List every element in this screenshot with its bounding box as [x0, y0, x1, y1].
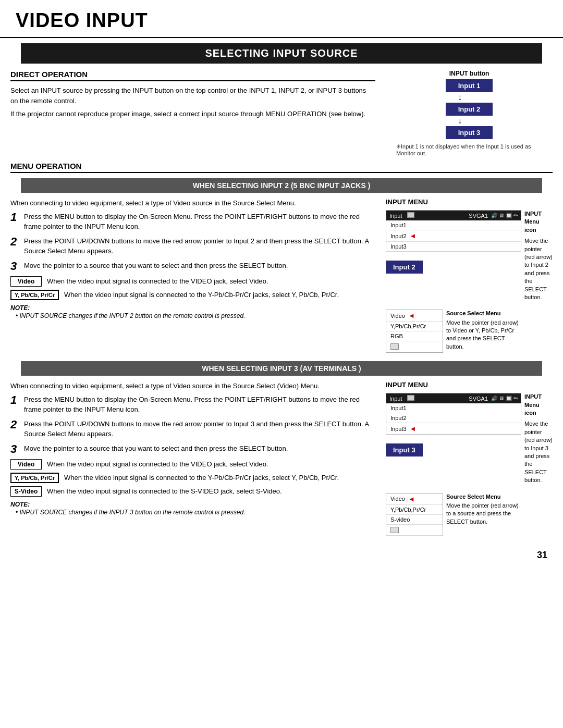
- menu-item-input2: Input2 ◄: [386, 230, 521, 242]
- input-footnote: ✳Input 1 is not displayed when the Input…: [396, 143, 542, 156]
- video-label-3: Video: [10, 459, 42, 470]
- direct-op-title: DIRECT OPERATION: [10, 70, 375, 81]
- svg-rect-7: [391, 527, 398, 533]
- step-number: 2: [10, 236, 20, 248]
- step-text: Press the POINT UP/DOWN buttons to move …: [24, 419, 375, 439]
- step-item: 2 Press the POINT UP/DOWN buttons to mov…: [10, 419, 375, 439]
- page-number: 31: [0, 545, 563, 566]
- svga-label-2: SVGA1: [469, 213, 488, 219]
- input-menu-label-2: INPUT MENU: [386, 198, 553, 206]
- signal-row-ypbcb: Y, Pb/Cb, Pr/Cr When the video input sig…: [10, 290, 375, 300]
- input2-content: When connecting to video equipment, sele…: [10, 198, 553, 356]
- source-icon-3: [390, 527, 399, 533]
- source-menu-2: Video ◄ Y,Pb/Cb,Pr/Cr RGB: [386, 310, 443, 353]
- menu-item-input3: Input3: [386, 242, 521, 252]
- step-item: 1 Press the MENU button to display the O…: [10, 394, 375, 415]
- menu3-item-input1: Input1: [386, 403, 521, 413]
- ypbcb-desc-3: When the video input signal is connected…: [64, 473, 339, 483]
- svideo-label-3: S-Video: [10, 486, 42, 497]
- input3-left: When connecting to video equipment, sele…: [10, 381, 375, 539]
- input3-note: NOTE: • INPUT SOURCE changes if the INPU…: [10, 501, 375, 517]
- menu-icon3-2: 🖥: [499, 396, 504, 401]
- image-icon-3: [407, 395, 414, 401]
- red-arrow-video-2: ◄: [408, 312, 415, 319]
- source-arrow-note-3: Move the pointer (red arrow) to a source…: [446, 502, 519, 526]
- step-number: 1: [10, 212, 20, 223]
- step-number: 3: [10, 261, 20, 272]
- input-menu-box-2: Input SVGA1 🔊 🖥 🔲 ✏: [386, 210, 521, 277]
- step-number: 2: [10, 419, 20, 430]
- note-text-3: • INPUT SOURCE changes if the INPUT 3 bu…: [10, 508, 375, 517]
- input3-intro: When connecting to video equipment, sele…: [10, 381, 375, 391]
- step-number: 3: [10, 443, 20, 455]
- input2-section-header: WHEN SELECTING INPUT 2 (5 BNC INPUT JACK…: [21, 178, 542, 193]
- source-item-video-2: Video ◄: [386, 310, 443, 322]
- step-item: 3 Move the pointer to a source that you …: [10, 443, 375, 455]
- menu-icon3-1: 🔊: [491, 396, 497, 401]
- input2-steps: 1 Press the MENU button to display the O…: [10, 212, 375, 272]
- signal-row-ypbcb-3: Y, Pb/Cb, Pr/Cr When the video input sig…: [10, 473, 375, 483]
- direct-operation-section: DIRECT OPERATION Select an INPUT source …: [10, 70, 553, 156]
- direct-op-body2: If the projector cannot reproduce proper…: [10, 109, 375, 119]
- video-desc-3: When the video input signal is connected…: [47, 459, 268, 470]
- source-select-annotation-2: Source Select Menu Move the pointer (red…: [446, 310, 519, 351]
- note-title: NOTE:: [10, 304, 375, 312]
- page-header: VIDEO INPUT: [0, 0, 563, 38]
- input2-highlight-btn: Input 2: [386, 261, 423, 274]
- source3-item-ypbcb: Y,Pb/Cb,Pr/Cr: [386, 505, 443, 515]
- arrow-note-input2: Move the pointer (red arrow) to Input 2 …: [524, 237, 553, 301]
- svg-rect-1: [408, 213, 414, 217]
- image-icon: [407, 212, 414, 218]
- input2-menu-diagram: Input SVGA1 🔊 🖥 🔲 ✏: [386, 210, 553, 301]
- video-label: Video: [10, 276, 42, 287]
- source-item-ypbcb-2: Y,Pb/Cb,Pr/Cr: [386, 322, 443, 331]
- red-arrow-video-3: ◄: [408, 495, 415, 503]
- signal-row-svideo-3: S-Video When the video input signal is c…: [10, 486, 375, 497]
- menu3-item-input2: Input2: [386, 413, 521, 423]
- step-number: 1: [10, 394, 20, 406]
- menu-icon3-4: ✏: [513, 396, 518, 401]
- source-icon-2: [390, 343, 399, 350]
- input1-btn: Input 1: [446, 79, 493, 92]
- main-section-header: SELECTING INPUT SOURCE: [21, 43, 542, 64]
- direct-op-right: INPUT button Input 1 ↓ Input 2 ↓ Input 3…: [386, 70, 553, 156]
- input-menu-icon-note-2: INPUT Menu icon: [524, 210, 553, 234]
- arrow2: ↓: [458, 117, 462, 125]
- source-arrow-note-2: Move the pointer (red arrow) to Video or…: [446, 319, 519, 351]
- input3-btn: Input 3: [446, 126, 493, 139]
- direct-op-body1: Select an INPUT source by pressing the I…: [10, 85, 375, 106]
- input-menu-icon-note-3: INPUT Menu icon: [524, 393, 553, 417]
- ypbcb-label-3: Y, Pb/Cb, Pr/Cr: [10, 473, 59, 483]
- input-menu-label-3: INPUT MENU: [386, 381, 553, 389]
- menu-icon-4: ✏: [513, 213, 518, 218]
- step-text: Move the pointer to a source that you wa…: [24, 261, 375, 271]
- red-arrow-input2: ◄: [410, 232, 417, 240]
- input3-section-header: WHEN SELECTING INPUT 3 (AV TERMINALS ): [21, 361, 542, 376]
- ypbcb-desc: When the video input signal is connected…: [64, 290, 339, 300]
- note-text: • INPUT SOURCE changes if the INPUT 2 bu…: [10, 312, 375, 320]
- menu-input-text-3: Input: [389, 396, 402, 402]
- ypbcb-label: Y, Pb/Cb, Pr/Cr: [10, 290, 59, 300]
- input2-right: INPUT MENU Input SVGA1 🔊: [386, 198, 553, 356]
- source-select-label-2: Source Select Menu: [446, 310, 519, 317]
- input-button-label: INPUT button: [449, 70, 489, 77]
- menu-icon3-3: 🔲: [506, 396, 512, 401]
- step-text: Press the MENU button to display the On-…: [24, 212, 375, 232]
- note-title-3: NOTE:: [10, 501, 375, 508]
- menu-icon-1: 🔊: [491, 213, 497, 218]
- input3-steps: 1 Press the MENU button to display the O…: [10, 394, 375, 455]
- step-text: Press the MENU button to display the On-…: [24, 394, 375, 415]
- input2-note: NOTE: • INPUT SOURCE changes if the INPU…: [10, 304, 375, 320]
- menu3-item-input3: Input3 ◄: [386, 423, 521, 435]
- menu-icon-3: 🔲: [506, 213, 512, 218]
- direct-op-left: DIRECT OPERATION Select an INPUT source …: [10, 70, 375, 156]
- svideo-desc-3: When the video input signal is connected…: [47, 486, 282, 497]
- source-item-rgb-2: RGB: [386, 331, 443, 341]
- input3-menu-diagram: Input SVGA1 🔊 🖥 🔲 ✏: [386, 393, 553, 484]
- source-select-label-3: Source Select Menu: [446, 493, 519, 501]
- input3-right: INPUT MENU Input SVGA1 🔊 🖥: [386, 381, 553, 539]
- arrow-note-input3: Move the pointer (red arrow) to Input 3 …: [524, 420, 553, 484]
- input2-intro: When connecting to video equipment, sele…: [10, 198, 375, 208]
- input2-left: When connecting to video equipment, sele…: [10, 198, 375, 356]
- source3-item-video: Video ◄: [386, 493, 443, 505]
